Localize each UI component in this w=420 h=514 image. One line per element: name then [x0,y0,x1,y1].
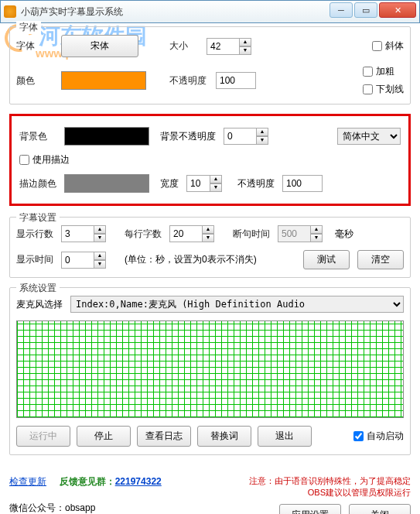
system-group: 系统设置 麦克风选择 Index:0,Name:麦克风 (High Defini… [9,287,411,455]
color-label: 颜色 [16,74,61,87]
size-spinner[interactable]: ▲▼ [207,38,251,55]
font-label: 字体 [16,39,61,53]
system-group-label: 系统设置 [16,282,60,295]
window-title: 小葫芦实时字幕显示系统 [21,5,123,19]
background-group: 背景色 背景不透明度 ▲▼ 简体中文 使用描边 描边颜色 宽度 ▲▼ 不透明度 [9,114,411,206]
opacity-input[interactable] [216,72,256,89]
width-label: 宽度 [160,177,186,190]
apply-button[interactable]: 应用设置 [279,504,341,515]
gap-unit: 毫秒 [335,228,353,241]
titlebar: 小葫芦实时字幕显示系统 ─ ▭ ✕ [0,0,420,23]
wechat-info: 微信公众号：obsapp [9,502,157,514]
check-update-link[interactable]: 检查更新 [9,476,46,487]
mic-label: 麦克风选择 [16,298,70,311]
font-button[interactable]: 宋体 [61,35,138,57]
minimize-button[interactable]: ─ [330,2,353,18]
font-color-swatch[interactable] [61,71,146,90]
stroke-opacity-input[interactable] [282,175,323,192]
bgopacity-label: 背景不透明度 [160,130,224,143]
font-group-label: 字体 [16,21,41,34]
exit-button[interactable]: 退出 [258,426,312,447]
app-icon [4,5,16,18]
stroke-checkbox[interactable]: 使用描边 [19,153,70,166]
footer: 检查更新 反馈意见群：221974322 注意：由于语音识别特殊性，为了提高稳定… [0,471,420,514]
stroke-opacity-label: 不透明度 [237,177,282,190]
feedback-label: 反馈意见群：221974322 [60,476,162,487]
chars-spinner[interactable]: ▲▼ [169,225,214,242]
subtitle-group: 字幕设置 显示行数 ▲▼ 每行字数 ▲▼ 断句时间 ▲▼ 毫秒 显示时间 ▲▼ … [9,217,411,278]
language-select[interactable]: 简体中文 [337,128,401,145]
stroke-color-swatch[interactable] [64,174,149,193]
underline-checkbox[interactable]: 下划线 [363,83,404,96]
lines-spinner[interactable]: ▲▼ [61,225,106,242]
font-group: 字体 字体 宋体 大小 ▲▼ 斜体 颜色 不透明度 加粗 下划线 [9,26,411,105]
gap-spinner[interactable]: ▲▼ [278,225,323,242]
italic-checkbox[interactable]: 斜体 [372,39,404,53]
replace-button[interactable]: 替换词 [197,426,251,447]
bgcolor-swatch[interactable] [64,127,149,146]
stop-button[interactable]: 停止 [77,426,131,447]
running-button: 运行中 [16,426,70,447]
log-button[interactable]: 查看日志 [137,426,191,447]
stroke-color-label: 描边颜色 [19,177,64,190]
feedback-qq-link[interactable]: 221974322 [115,476,162,487]
duration-spinner[interactable]: ▲▼ [61,252,106,269]
maximize-button[interactable]: ▭ [354,2,377,18]
subtitle-group-label: 字幕设置 [16,211,60,224]
note-line1: 注意：由于语音识别特殊性，为了提高稳定 [249,475,411,487]
close-footer-button[interactable]: 关闭 [349,504,411,515]
opacity-label: 不透明度 [169,74,216,87]
test-button[interactable]: 测试 [303,250,350,269]
bgcolor-label: 背景色 [19,130,64,143]
chevron-down-icon[interactable]: ▼ [239,46,251,55]
chevron-up-icon[interactable]: ▲ [239,38,251,46]
autostart-checkbox[interactable]: 自动启动 [353,430,404,443]
audio-waveform-grid [16,320,404,418]
duration-note: (单位：秒，设置为0表示不消失) [125,253,257,266]
gap-label: 断句时间 [233,228,278,241]
note-line2: OBS建议以管理员权限运行 [249,487,411,499]
stroke-width-spinner[interactable]: ▲▼ [186,175,222,192]
close-button[interactable]: ✕ [379,2,416,18]
bgopacity-spinner[interactable]: ▲▼ [224,128,268,145]
clear-button[interactable]: 清空 [357,250,404,269]
chars-label: 每行字数 [125,228,169,241]
size-label: 大小 [169,39,207,53]
bold-checkbox[interactable]: 加粗 [363,65,404,78]
mic-select[interactable]: Index:0,Name:麦克风 (High Definition Audio [70,296,404,313]
lines-label: 显示行数 [16,228,61,241]
duration-label: 显示时间 [16,253,61,266]
